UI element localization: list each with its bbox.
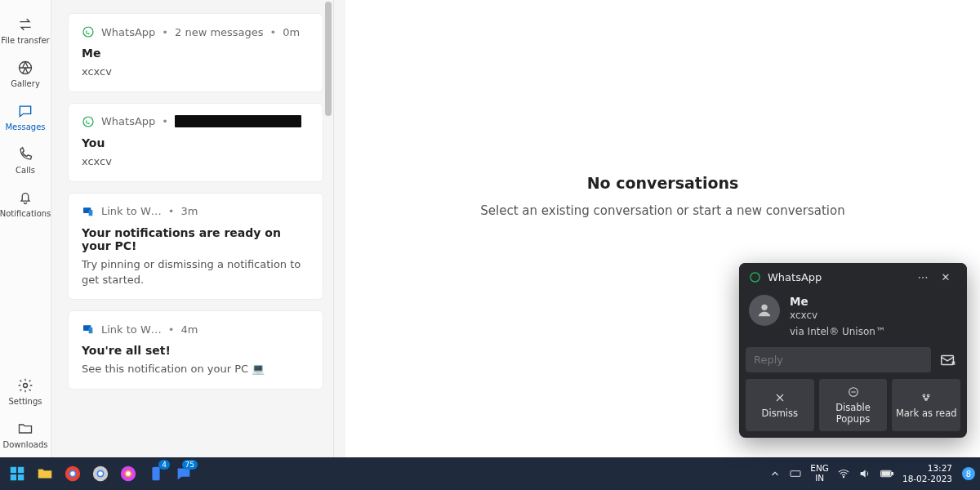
sidebar-item-messages[interactable]: Messages (0, 96, 51, 140)
sidebar-item-calls[interactable]: Calls (0, 140, 51, 183)
svg-rect-28 (152, 467, 159, 481)
redacted-text (175, 115, 301, 127)
swap-icon (17, 16, 33, 33)
notification-app: WhatsApp (101, 26, 155, 38)
close-icon[interactable]: ✕ (934, 271, 957, 283)
svg-point-8 (751, 273, 760, 282)
avatar (749, 295, 780, 326)
your-phone-icon[interactable]: 4 (144, 461, 168, 486)
start-button[interactable] (5, 461, 29, 486)
lang-bot: IN (810, 474, 829, 483)
notification-body: Try pinning or dismissing a notification… (82, 257, 310, 288)
more-icon[interactable]: ⋯ (911, 271, 934, 283)
svg-rect-18 (18, 474, 24, 480)
disable-popups-button[interactable]: Disable Popups (819, 379, 888, 431)
svg-point-24 (98, 471, 103, 476)
sidebar-item-label: Messages (5, 122, 45, 131)
sidebar-item-gallery[interactable]: Gallery (0, 53, 51, 96)
svg-point-12 (923, 394, 925, 397)
toast-app: WhatsApp (768, 271, 822, 283)
notification-title: Me (82, 47, 310, 60)
keyboard-icon[interactable] (789, 467, 802, 480)
chat-icon[interactable]: 75 (172, 461, 196, 486)
wifi-icon[interactable] (837, 467, 850, 480)
notification-card[interactable]: Link to W… • 3m Your notifications are r… (68, 193, 323, 301)
notification-title: You (82, 136, 310, 149)
notification-app: Link to W… (101, 205, 162, 217)
main-content: No conversations Select an existing conv… (345, 0, 980, 457)
chrome-dev-icon[interactable] (116, 461, 140, 486)
clock[interactable]: 13:27 18-02-2023 (902, 463, 952, 483)
notification-toast: WhatsApp ⋯ ✕ Me xcxcv via Intel® Unison™ (739, 263, 967, 438)
svg-rect-32 (892, 473, 893, 475)
folder-icon (17, 421, 33, 437)
bell-icon (17, 189, 33, 206)
notification-body: xcxcv (82, 65, 310, 80)
mark-as-read-button[interactable]: Mark as read (892, 379, 960, 431)
message-icon (17, 103, 33, 119)
whatsapp-icon (82, 115, 95, 128)
notification-body: xcxcv (82, 154, 310, 170)
whatsapp-icon (82, 25, 95, 38)
sidebar-item-notifications[interactable]: Notifications (0, 183, 51, 226)
empty-state-subtitle: Select an existing conversation or start… (480, 203, 844, 218)
taskbar: 4 75 ENG IN 13:27 18-02-2023 8 (0, 457, 980, 490)
notification-meta: 2 new messages (175, 26, 264, 38)
notification-panel: WhatsApp • 2 new messages • 0m Me xcxcv … (51, 0, 333, 457)
notification-title: Your notifications are ready on your PC! (82, 226, 310, 252)
svg-point-21 (70, 471, 75, 476)
mark-label: Mark as read (896, 408, 957, 419)
gear-icon (17, 377, 33, 394)
sidebar-item-label: File transfer (1, 36, 49, 45)
notification-time: 0m (283, 26, 300, 38)
svg-rect-33 (882, 472, 890, 476)
disable-label: Disable Popups (822, 402, 884, 425)
sidebar: File transfer Gallery Messages Calls Not… (0, 0, 51, 457)
notification-app: Link to W… (101, 323, 162, 336)
svg-point-2 (83, 27, 93, 37)
notification-count[interactable]: 8 (962, 467, 975, 480)
phone-icon (17, 146, 33, 163)
sidebar-item-settings[interactable]: Settings (0, 371, 51, 414)
svg-rect-5 (89, 210, 93, 216)
notification-card[interactable]: WhatsApp • 2 new messages • 0m Me xcxcv (68, 13, 323, 92)
date: 18-02-2023 (902, 474, 952, 484)
svg-point-27 (126, 471, 131, 476)
svg-point-9 (761, 305, 767, 310)
toast-sender: Me (790, 295, 885, 308)
toast-message: xcxcv (790, 310, 885, 321)
time: 13:27 (902, 463, 952, 474)
notification-app: WhatsApp (101, 115, 155, 127)
chrome-canary-icon[interactable] (88, 461, 113, 486)
chrome-icon[interactable] (60, 461, 85, 486)
notification-card[interactable]: Link to W… • 4m You're all set! See this… (68, 310, 323, 390)
scrollbar[interactable] (325, 2, 332, 456)
svg-rect-15 (11, 467, 16, 473)
notification-time: 4m (180, 323, 198, 336)
chevron-up-icon[interactable] (769, 468, 781, 479)
reply-input[interactable] (746, 347, 931, 372)
panel-divider (333, 0, 345, 457)
svg-point-1 (24, 384, 28, 388)
notification-time: 3m (180, 205, 198, 217)
notification-card[interactable]: WhatsApp • You xcxcv (68, 103, 323, 182)
dismiss-label: Dismiss (762, 408, 798, 419)
dismiss-button[interactable]: Dismiss (746, 379, 814, 431)
sidebar-item-label: Gallery (11, 79, 40, 88)
svg-point-30 (843, 476, 844, 477)
svg-rect-7 (89, 327, 93, 333)
sidebar-item-downloads[interactable]: Downloads (0, 414, 51, 457)
link-to-windows-icon (82, 205, 95, 218)
volume-icon[interactable] (858, 467, 871, 480)
notification-body: See this notification on your PC 💻 (82, 362, 310, 377)
svg-point-3 (83, 117, 93, 127)
badge: 75 (182, 460, 198, 470)
battery-icon[interactable] (880, 468, 894, 479)
sidebar-item-file-transfer[interactable]: File transfer (0, 10, 51, 53)
toast-via: via Intel® Unison™ (790, 326, 885, 337)
send-button[interactable] (936, 347, 960, 372)
file-explorer-icon[interactable] (33, 461, 57, 486)
svg-rect-17 (11, 474, 16, 480)
svg-rect-10 (942, 355, 954, 364)
language-indicator[interactable]: ENG IN (810, 464, 829, 483)
